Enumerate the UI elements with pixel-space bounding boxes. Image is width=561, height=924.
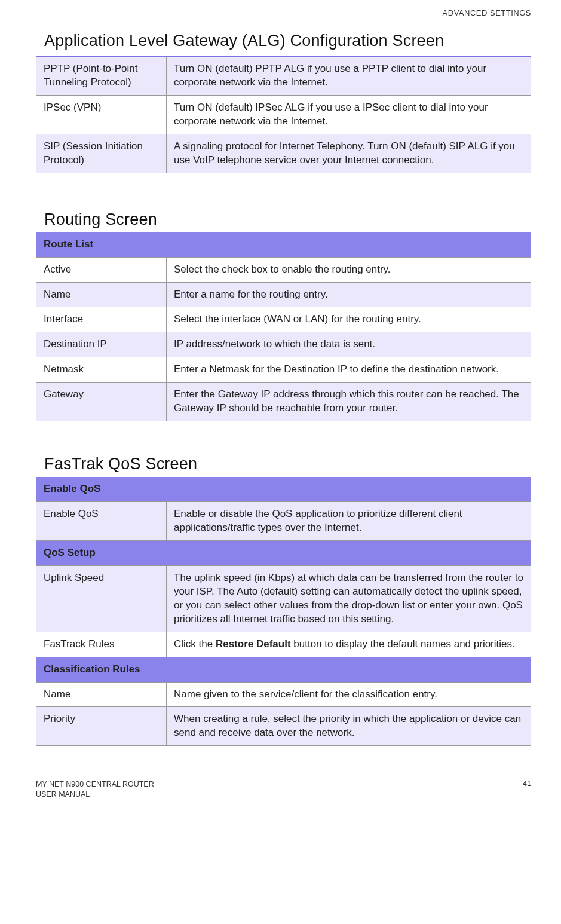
table-row: Name Enter a name for the routing entry. [36, 282, 531, 307]
routing-val: Enter a name for the routing entry. [167, 282, 531, 307]
qos-val-bold: Restore Default [216, 638, 291, 650]
routing-key: Destination IP [36, 332, 167, 357]
table-row: Gateway Enter the Gateway IP address thr… [36, 383, 531, 421]
qos-table: Enable QoS Enable QoS Enable or disable … [36, 477, 531, 746]
qos-val-post: button to display the default names and … [291, 638, 515, 650]
qos-key: FasTrack Rules [36, 632, 167, 657]
routing-key: Interface [36, 307, 167, 332]
routing-key: Netmask [36, 357, 167, 383]
table-row: IPSec (VPN) Turn ON (default) IPSec ALG … [36, 95, 531, 134]
table-header-row: Enable QoS [36, 477, 531, 501]
qos-title: FasTrak QoS Screen [36, 451, 531, 477]
alg-key: SIP (Session Initiation Protocol) [36, 134, 167, 173]
document-page: ADVANCED SETTINGS Application Level Gate… [0, 0, 561, 818]
qos-header-enable: Enable QoS [36, 477, 531, 501]
table-header-row: Classification Rules [36, 657, 531, 682]
table-row: Name Name given to the service/client fo… [36, 682, 531, 707]
routing-val: Enter the Gateway IP address through whi… [167, 383, 531, 421]
qos-val: Click the Restore Default button to disp… [167, 632, 531, 657]
routing-key: Gateway [36, 383, 167, 421]
page-number: 41 [523, 779, 531, 800]
qos-val: The uplink speed (in Kbps) at which data… [167, 565, 531, 632]
routing-val: Enter a Netmask for the Destination IP t… [167, 357, 531, 383]
routing-key: Name [36, 282, 167, 307]
qos-key: Uplink Speed [36, 565, 167, 632]
alg-table: PPTP (Point-to-Point Tunneling Protocol)… [36, 57, 531, 173]
table-header-row: QoS Setup [36, 540, 531, 565]
table-row: Netmask Enter a Netmask for the Destinat… [36, 357, 531, 383]
qos-val-pre: Click the [174, 638, 216, 650]
qos-header-setup: QoS Setup [36, 540, 531, 565]
table-row: Destination IP IP address/network to whi… [36, 332, 531, 357]
qos-val: Enable or disable the QoS application to… [167, 502, 531, 541]
alg-key: IPSec (VPN) [36, 95, 167, 134]
routing-header: Route List [36, 232, 531, 257]
footer-product: MY NET N900 CENTRAL ROUTER [36, 779, 154, 790]
qos-val: When creating a rule, select the priorit… [167, 707, 531, 746]
routing-table: Route List Active Select the check box t… [36, 232, 531, 422]
routing-val: Select the interface (WAN or LAN) for th… [167, 307, 531, 332]
qos-key: Priority [36, 707, 167, 746]
table-row: Uplink Speed The uplink speed (in Kbps) … [36, 565, 531, 632]
routing-val: IP address/network to which the data is … [167, 332, 531, 357]
routing-val: Select the check box to enable the routi… [167, 257, 531, 282]
table-row: Active Select the check box to enable th… [36, 257, 531, 282]
routing-key: Active [36, 257, 167, 282]
qos-val: Name given to the service/client for the… [167, 682, 531, 707]
alg-val: Turn ON (default) IPSec ALG if you use a… [167, 95, 531, 134]
alg-title: Application Level Gateway (ALG) Configur… [36, 28, 531, 57]
page-footer: MY NET N900 CENTRAL ROUTER USER MANUAL 4… [36, 746, 531, 800]
qos-header-class: Classification Rules [36, 657, 531, 682]
table-row: Interface Select the interface (WAN or L… [36, 307, 531, 332]
running-header: ADVANCED SETTINGS [36, 6, 531, 28]
table-row: Priority When creating a rule, select th… [36, 707, 531, 746]
table-header-row: Route List [36, 232, 531, 257]
routing-title: Routing Screen [36, 207, 531, 232]
alg-val: Turn ON (default) PPTP ALG if you use a … [167, 57, 531, 95]
table-row: FasTrack Rules Click the Restore Default… [36, 632, 531, 657]
table-row: Enable QoS Enable or disable the QoS app… [36, 502, 531, 541]
footer-manual: USER MANUAL [36, 790, 154, 800]
qos-key: Enable QoS [36, 502, 167, 541]
alg-key: PPTP (Point-to-Point Tunneling Protocol) [36, 57, 167, 95]
table-row: PPTP (Point-to-Point Tunneling Protocol)… [36, 57, 531, 95]
table-row: SIP (Session Initiation Protocol) A sign… [36, 134, 531, 173]
alg-val: A signaling protocol for Internet Teleph… [167, 134, 531, 173]
qos-key: Name [36, 682, 167, 707]
